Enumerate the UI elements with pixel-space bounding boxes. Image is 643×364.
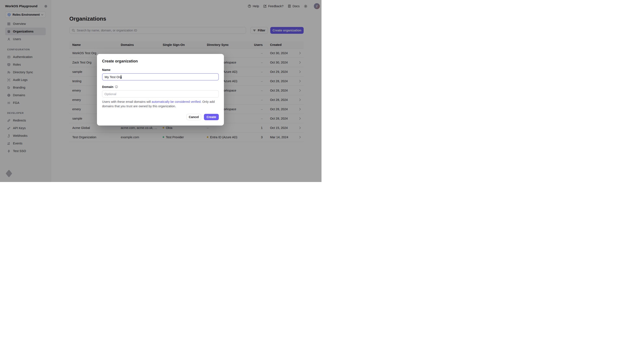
helper-prefix: Users with these email domains will: [102, 100, 152, 104]
text-cursor: [121, 75, 121, 79]
organization-name-input[interactable]: [102, 73, 219, 80]
info-icon[interactable]: [115, 85, 118, 88]
name-label: Name: [102, 68, 219, 72]
create-organization-modal: Create organization Name Domain Users wi…: [97, 54, 224, 126]
domain-label-text: Domain: [102, 85, 113, 88]
modal-title: Create organization: [102, 59, 219, 64]
name-label-text: Name: [102, 68, 111, 72]
cancel-button[interactable]: Cancel: [186, 114, 201, 120]
domain-label: Domain: [102, 85, 219, 88]
domain-input[interactable]: [102, 90, 219, 98]
domain-helper-text: Users with these email domains will auto…: [102, 100, 219, 108]
verified-link[interactable]: automatically be considered verified: [152, 100, 201, 104]
create-button[interactable]: Create: [204, 114, 219, 120]
